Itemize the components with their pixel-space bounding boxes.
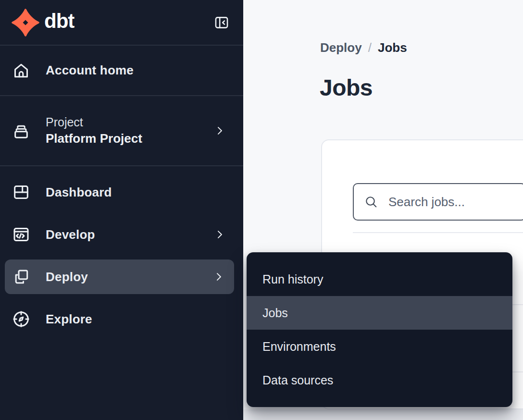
page-background-strip (243, 409, 523, 420)
submenu-item-data-sources[interactable]: Data sources (247, 363, 512, 397)
search-input[interactable] (354, 184, 523, 220)
chevron-right-icon (213, 124, 226, 137)
submenu-item-run-history[interactable]: Run history (247, 262, 512, 296)
sidebar-item-develop[interactable]: Develop (0, 214, 243, 255)
project-name: Platform Project (46, 131, 142, 146)
submenu-item-jobs[interactable]: Jobs (247, 296, 512, 330)
chevron-right-icon (212, 271, 225, 283)
collapse-sidebar-button[interactable] (213, 14, 230, 31)
sidebar-item-label: Dashboard (46, 185, 112, 200)
deploy-submenu: Run history Jobs Environments Data sourc… (247, 252, 512, 407)
breadcrumb-current: Jobs (378, 41, 407, 54)
sidebar-item-label: Account home (46, 63, 134, 78)
breadcrumb-separator: / (368, 41, 372, 54)
breadcrumb: Deploy / Jobs (320, 41, 407, 54)
project-eyebrow: Project (46, 115, 142, 129)
sidebar-item-explore[interactable]: Explore (0, 299, 243, 339)
sidebar-item-label: Explore (46, 312, 92, 327)
overlapping-squares-icon (12, 267, 31, 286)
home-icon (12, 61, 31, 80)
dbt-logo-icon (12, 9, 39, 37)
breadcrumb-deploy-link[interactable]: Deploy (320, 41, 362, 54)
dbt-cloud-app: dbt Account home (0, 0, 523, 420)
panel-left-collapse-icon (213, 14, 230, 31)
sidebar-header: dbt (0, 0, 243, 46)
card-divider (353, 232, 523, 233)
sidebar-item-deploy[interactable]: Deploy (5, 259, 234, 294)
dbt-logo[interactable]: dbt (12, 9, 74, 37)
page-title: Jobs (320, 75, 373, 101)
code-window-icon (12, 225, 31, 244)
sidebar-item-label: Deploy (46, 270, 88, 284)
dashboard-grid-icon (12, 183, 31, 202)
search-box (353, 183, 523, 221)
sidebar-item-account-home[interactable]: Account home (0, 46, 243, 96)
sidebar-item-project[interactable]: Project Platform Project (0, 96, 243, 166)
dbt-logo-text: dbt (44, 11, 74, 34)
compass-icon (12, 309, 31, 329)
sidebar: dbt Account home (0, 0, 243, 420)
submenu-item-environments[interactable]: Environments (247, 330, 512, 363)
sidebar-item-label: Develop (46, 227, 95, 242)
project-stack-icon (12, 121, 31, 140)
chevron-right-icon (213, 228, 226, 241)
sidebar-item-dashboard[interactable]: Dashboard (0, 172, 243, 212)
project-switcher-text: Project Platform Project (46, 115, 142, 146)
